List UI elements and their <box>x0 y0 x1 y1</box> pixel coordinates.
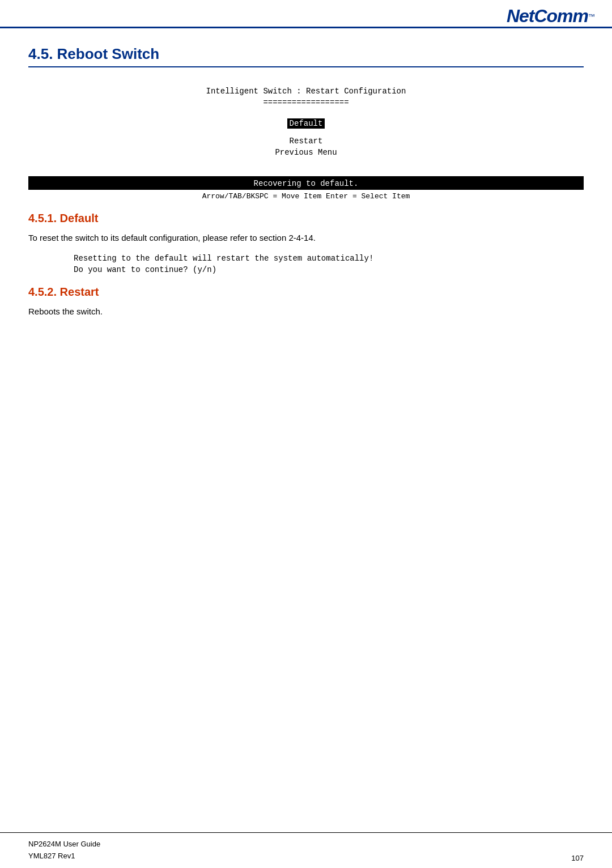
section-452-heading: 4.5.2. Restart <box>28 286 584 299</box>
footer-product: NP2624M User Guide <box>28 839 100 850</box>
status-bar-text: Recovering to default. <box>254 179 359 188</box>
menu-item-previous: Previous Menu <box>28 148 584 157</box>
console-title: Intelligent Switch : Restart Configurati… <box>28 87 584 96</box>
logo: NetComm™ <box>507 6 595 27</box>
page-header: NetComm™ <box>0 0 612 28</box>
logo-text: NetComm <box>507 6 588 27</box>
console-line1: Resetting to the default will restart th… <box>74 254 584 263</box>
section-451-body: To reset the switch to its default confi… <box>28 232 584 245</box>
section-452-body: Reboots the switch. <box>28 305 584 318</box>
logo-tm: ™ <box>588 12 595 20</box>
footer-left: NP2624M User Guide YML827 Rev1 <box>28 839 100 862</box>
footer-model: YML827 Rev1 <box>28 850 100 862</box>
section-45-heading: 4.5. Reboot Switch <box>28 45 584 67</box>
section-451-heading: 4.5.1. Default <box>28 212 584 225</box>
menu-item-default: Default <box>287 118 325 129</box>
nav-hint: Arrow/TAB/BKSPC = Move Item Enter = Sele… <box>28 192 584 201</box>
menu-item-restart: Restart <box>28 137 584 146</box>
page-footer: NP2624M User Guide YML827 Rev1 107 <box>0 832 612 868</box>
console-block: Intelligent Switch : Restart Configurati… <box>28 81 584 165</box>
section-451-console: Resetting to the default will restart th… <box>74 254 584 274</box>
footer-page: 107 <box>571 854 584 862</box>
console-underline: ================== <box>28 98 584 107</box>
status-bar: Recovering to default. <box>28 176 584 190</box>
console-line2: Do you want to continue? (y/n) <box>74 265 584 274</box>
main-content: 4.5. Reboot Switch Intelligent Switch : … <box>0 28 612 372</box>
